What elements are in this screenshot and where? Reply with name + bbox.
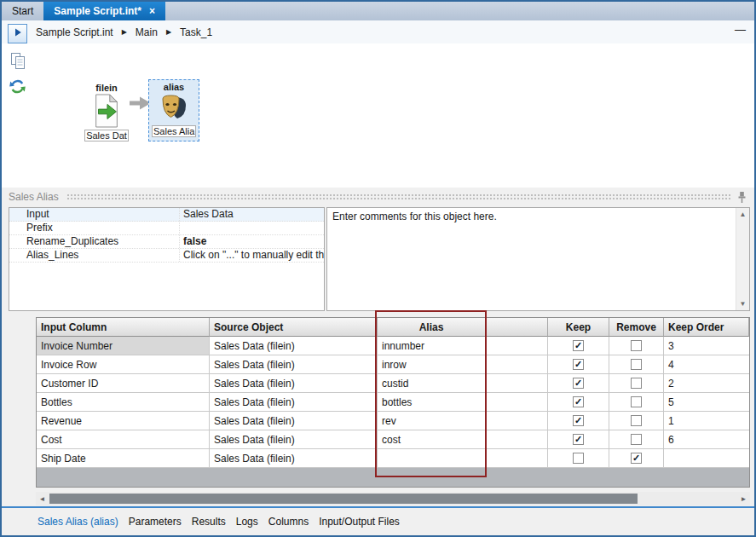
tab-sample-script[interactable]: Sample Script.int* ×	[43, 2, 165, 20]
remove-checkbox[interactable]	[631, 359, 642, 370]
cell-input-column[interactable]: Invoice Row	[37, 355, 210, 374]
property-value[interactable]: false	[180, 235, 324, 248]
column-header-keep[interactable]: Keep	[548, 318, 609, 337]
footer-tab-logs[interactable]: Logs	[236, 516, 258, 528]
cell-alias[interactable]: rev	[378, 412, 486, 430]
remove-checkbox[interactable]	[631, 378, 642, 389]
scroll-right-icon[interactable]: ►	[737, 492, 750, 505]
property-value[interactable]	[180, 222, 324, 234]
column-header-keep-order[interactable]: Keep Order	[664, 318, 749, 337]
cell-blank[interactable]	[486, 393, 548, 412]
cell-blank[interactable]	[486, 430, 548, 449]
table-header-row: Input Column Source Object Alias Keep Re…	[37, 318, 749, 337]
cell-input-column[interactable]: Cost	[37, 430, 210, 449]
cell-blank[interactable]	[486, 374, 548, 393]
keep-checkbox-cell: ✓	[548, 393, 609, 412]
scroll-down-icon[interactable]: ▼	[736, 300, 749, 308]
refresh-icon[interactable]	[9, 78, 26, 98]
cell-blank[interactable]	[486, 337, 548, 355]
cell-keep-order[interactable]: 1	[664, 412, 749, 430]
node-filein[interactable]: filein Sales Dat	[81, 83, 132, 143]
horizontal-scrollbar[interactable]: ◄ ►	[36, 492, 750, 505]
footer-tab-sales-alias[interactable]: Sales Alias (alias)	[38, 516, 118, 528]
cell-source-object[interactable]: Sales Data (filein)	[210, 374, 378, 393]
tab-start-label: Start	[12, 5, 33, 17]
column-header-source-object[interactable]: Source Object	[210, 318, 378, 337]
cell-keep-order[interactable]: 6	[664, 430, 749, 449]
cell-keep-order[interactable]: 4	[664, 355, 749, 374]
breadcrumb-bar: Sample Script.int ▶ Main ▶ Task_1 —	[2, 20, 754, 43]
tab-start[interactable]: Start	[2, 2, 43, 20]
keep-checkbox[interactable]: ✓	[573, 359, 584, 370]
cell-input-column[interactable]: Customer ID	[37, 374, 210, 393]
keep-checkbox[interactable]	[573, 453, 584, 464]
cell-source-object[interactable]: Sales Data (filein)	[210, 355, 378, 374]
remove-checkbox[interactable]: ✓	[631, 453, 642, 464]
keep-checkbox[interactable]: ✓	[573, 434, 584, 445]
breadcrumb-main[interactable]: Main	[136, 26, 158, 38]
property-value[interactable]: Click on "..." to manually edit the al	[180, 249, 324, 262]
run-button[interactable]	[8, 24, 27, 43]
keep-checkbox[interactable]: ✓	[573, 378, 584, 389]
cell-alias[interactable]: innumber	[378, 337, 486, 355]
footer-tab-parameters[interactable]: Parameters	[129, 516, 182, 528]
remove-checkbox[interactable]	[631, 434, 642, 445]
property-value[interactable]: Sales Data	[180, 208, 324, 221]
keep-checkbox-cell: ✓	[548, 374, 609, 393]
cell-source-object[interactable]: Sales Data (filein)	[210, 430, 378, 449]
cell-keep-order[interactable]: 2	[664, 374, 749, 393]
cell-alias[interactable]: custid	[378, 374, 486, 393]
cell-blank[interactable]	[486, 449, 548, 468]
column-mapping-table: Input Column Source Object Alias Keep Re…	[36, 317, 750, 488]
cell-blank[interactable]	[486, 412, 548, 430]
cell-input-column[interactable]: Bottles	[37, 393, 210, 412]
node-alias-label: Sales Alia	[152, 125, 196, 137]
cell-source-object[interactable]: Sales Data (filein)	[210, 412, 378, 430]
collapse-pane-button[interactable]: —	[735, 23, 746, 36]
keep-checkbox[interactable]: ✓	[573, 396, 584, 407]
footer-tab-columns[interactable]: Columns	[268, 516, 309, 528]
cell-input-column[interactable]: Ship Date	[37, 449, 210, 468]
column-header-alias[interactable]: Alias	[378, 318, 486, 337]
remove-checkbox-cell	[609, 393, 664, 412]
column-header-input-column[interactable]: Input Column	[37, 318, 210, 337]
column-header-remove[interactable]: Remove	[609, 318, 664, 337]
cell-keep-order[interactable]	[664, 449, 749, 468]
cell-input-column[interactable]: Invoice Number	[37, 337, 210, 355]
cell-source-object[interactable]: Sales Data (filein)	[210, 449, 378, 468]
cell-input-column[interactable]: Revenue	[37, 412, 210, 430]
cell-source-object[interactable]: Sales Data (filein)	[210, 337, 378, 355]
scrollbar-thumb[interactable]	[49, 494, 638, 504]
cell-blank[interactable]	[486, 355, 548, 374]
remove-checkbox[interactable]	[631, 340, 642, 351]
footer-tab-results[interactable]: Results	[192, 516, 226, 528]
scroll-left-icon[interactable]: ◄	[36, 492, 49, 505]
node-alias[interactable]: alias Sales Alia	[148, 79, 199, 141]
column-header-blank[interactable]	[486, 318, 548, 337]
cell-alias[interactable]: bottles	[378, 393, 486, 412]
cell-source-object[interactable]: Sales Data (filein)	[210, 393, 378, 412]
scroll-up-icon[interactable]: ▲	[736, 211, 749, 218]
breadcrumb-task[interactable]: Task_1	[180, 26, 212, 38]
comments-scrollbar[interactable]: ▲ ▼	[736, 208, 749, 310]
remove-checkbox-cell	[609, 355, 664, 374]
cell-keep-order[interactable]: 5	[664, 393, 749, 412]
cell-keep-order[interactable]: 3	[664, 337, 749, 355]
keep-checkbox-cell: ✓	[548, 355, 609, 374]
remove-checkbox[interactable]	[631, 396, 642, 407]
document-icon[interactable]	[10, 52, 26, 72]
properties-panel-title: Sales Alias	[9, 191, 59, 203]
cell-alias[interactable]: cost	[378, 430, 486, 449]
comments-box[interactable]: Enter comments for this object here. ▲ ▼	[326, 207, 750, 311]
pin-icon[interactable]	[737, 191, 747, 206]
cell-alias[interactable]: inrow	[378, 355, 486, 374]
keep-checkbox[interactable]: ✓	[573, 340, 584, 351]
remove-checkbox[interactable]	[631, 415, 642, 426]
workflow-canvas[interactable]: filein Sales Dat alias	[2, 43, 754, 188]
footer-tab-input-output-files[interactable]: Input/Output Files	[319, 516, 400, 528]
cell-alias[interactable]	[378, 449, 486, 468]
close-icon[interactable]: ×	[149, 5, 155, 17]
keep-checkbox[interactable]: ✓	[573, 415, 584, 426]
mask-icon	[152, 93, 196, 125]
breadcrumb-script[interactable]: Sample Script.int	[36, 26, 113, 38]
